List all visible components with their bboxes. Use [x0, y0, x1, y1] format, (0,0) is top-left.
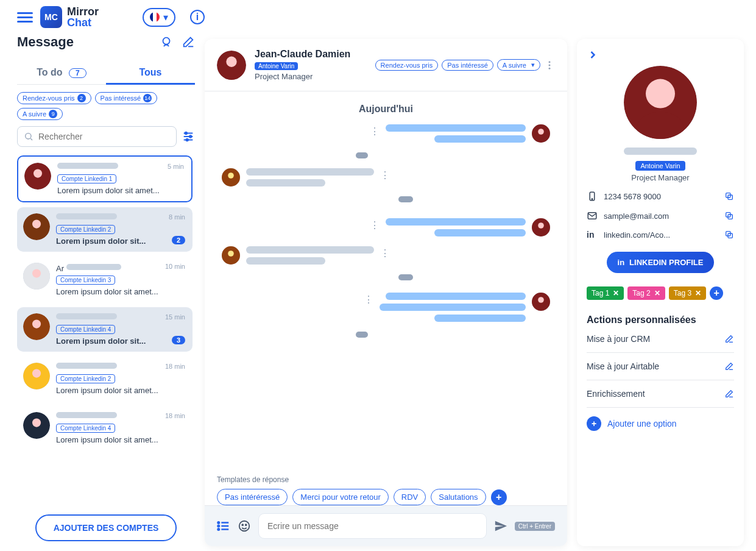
menu-icon[interactable]: [17, 10, 33, 25]
account-tag: Compte Linkedin 4: [56, 424, 115, 433]
template-pill[interactable]: Pas intéréressé: [217, 489, 288, 505]
conversation-time: 8 min: [169, 213, 185, 221]
logo-mark: MC: [40, 6, 62, 28]
linkedin-profile-button[interactable]: in LINKEDIN PROFILE: [607, 252, 715, 273]
message-options-icon[interactable]: ⋮: [370, 126, 380, 137]
info-icon[interactable]: i: [190, 10, 205, 24]
conversation-preview: Lorem ipsum dolor sit...: [56, 236, 186, 246]
profile-phone: 1234 5678 9000: [604, 192, 661, 201]
add-template-button[interactable]: +: [491, 489, 507, 505]
account-tag: Compte Linkedin 2: [56, 374, 115, 383]
conversation-time: 18 min: [165, 363, 185, 370]
filter-pill[interactable]: A suivre9: [17, 108, 63, 120]
edit-action-icon[interactable]: [724, 361, 734, 371]
template-pill[interactable]: Salutations: [431, 489, 486, 505]
svg-point-25: [228, 172, 234, 179]
custom-action-row[interactable]: Enrichissement: [587, 380, 734, 408]
edit-action-icon[interactable]: [724, 389, 734, 399]
remove-tag-icon[interactable]: ✕: [654, 289, 660, 297]
filter-sliders-icon[interactable]: [182, 130, 195, 143]
conversation-avatar: [23, 213, 50, 240]
add-tag-button[interactable]: +: [710, 286, 723, 300]
copy-icon[interactable]: [724, 211, 734, 221]
conversation-avatar: [23, 263, 50, 290]
custom-action-row[interactable]: Mise à jour CRM: [587, 325, 734, 353]
chat-status-pill[interactable]: Rendez-vous pris: [375, 60, 439, 71]
phone-icon: [587, 191, 598, 202]
svg-point-29: [228, 251, 234, 257]
search-input[interactable]: [38, 132, 170, 141]
template-pill[interactable]: Merci pour votre retour: [292, 489, 389, 505]
message-options-icon[interactable]: ⋮: [380, 169, 390, 181]
message-options-icon[interactable]: ⋮: [380, 247, 390, 259]
conversation-preview: Lorem ipsum dolor sit amet...: [56, 386, 186, 395]
chat-contact-avatar: [217, 51, 246, 80]
copy-icon[interactable]: [724, 191, 734, 201]
conversation-preview: Lorem ipsum dolor sit amet...: [56, 435, 186, 444]
language-selector[interactable]: ▾: [143, 8, 175, 27]
conversation-avatar: [23, 412, 50, 439]
search-input-wrapper[interactable]: [17, 126, 177, 147]
chat-account-tag: Antoine Varin: [255, 62, 298, 70]
svg-point-31: [538, 297, 544, 303]
svg-point-34: [217, 528, 219, 530]
profile-tag-chip[interactable]: Tag 2✕: [627, 286, 665, 300]
profile-tag-chip[interactable]: Tag 1✕: [587, 286, 624, 300]
profile-linkedin: linkedin.com/Aco...: [604, 230, 670, 240]
brand-logo: MC Mirror Chat: [40, 6, 99, 28]
svg-point-0: [163, 38, 170, 44]
svg-point-10: [32, 269, 41, 278]
svg-point-2: [185, 132, 188, 135]
remove-tag-icon[interactable]: ✕: [695, 289, 701, 297]
chat-status-pill[interactable]: A suivre ▾: [497, 59, 540, 71]
chat-status-pill[interactable]: Pas intéressé: [442, 60, 493, 71]
send-icon[interactable]: [494, 519, 507, 533]
email-icon: [587, 210, 598, 221]
svg-point-32: [217, 522, 219, 524]
emoji-icon[interactable]: [238, 519, 251, 533]
svg-point-23: [538, 129, 544, 135]
svg-point-6: [34, 169, 42, 178]
list-icon[interactable]: [217, 519, 230, 533]
svg-point-35: [239, 521, 250, 531]
filter-pill[interactable]: Pas intéressé14: [95, 92, 158, 104]
add-option-button[interactable]: + Ajouter une option: [587, 416, 734, 431]
message-options-icon[interactable]: ⋮: [370, 219, 380, 231]
tab-todo[interactable]: To do 7: [17, 61, 106, 84]
unread-badge: 3: [172, 336, 185, 344]
svg-point-21: [549, 67, 551, 69]
template-pill[interactable]: RDV: [394, 489, 426, 505]
filter-pill[interactable]: Rendez-vous pris2: [17, 92, 91, 104]
conversation-item[interactable]: Compte Linkedin 4 Lorem ipsum dolor sit.…: [17, 307, 193, 352]
tab-tous[interactable]: Tous: [106, 61, 195, 84]
add-accounts-button[interactable]: AJOUTER DES COMPTES: [35, 514, 177, 541]
actions-title: Actions personnalisées: [587, 315, 734, 325]
unread-badge: 2: [172, 236, 185, 244]
conversation-item[interactable]: Ar Compte Linkedin 3 Lorem ipsum dolor s…: [17, 257, 193, 302]
edit-action-icon[interactable]: [724, 334, 734, 344]
remove-tag-icon[interactable]: ✕: [613, 289, 619, 297]
svg-point-18: [226, 56, 236, 66]
chat-bot-icon[interactable]: [160, 35, 173, 49]
conversation-preview: Lorem ipsum dolor sit...: [56, 336, 186, 346]
conversation-item[interactable]: Compte Linkedin 2 Lorem ipsum dolor sit …: [17, 357, 193, 401]
svg-point-1: [26, 133, 31, 139]
conversation-item[interactable]: Compte Linkedin 4 Lorem ipsum dolor sit …: [17, 406, 193, 450]
conversation-item[interactable]: Compte Linkedin 1 Lorem ipsum dolor sit …: [17, 155, 193, 202]
chevron-down-icon: ▾: [163, 12, 168, 23]
svg-point-16: [32, 419, 41, 427]
profile-avatar: [624, 66, 697, 139]
profile-tag-chip[interactable]: Tag 3✕: [669, 286, 706, 300]
svg-point-33: [217, 525, 219, 527]
conversation-time: 15 min: [165, 313, 185, 321]
profile-role: Project Manager: [587, 173, 734, 182]
collapse-panel-icon[interactable]: [587, 49, 599, 61]
chat-more-icon[interactable]: [544, 60, 555, 71]
flag-fr-icon: [150, 12, 160, 22]
message-options-icon[interactable]: ⋮: [364, 294, 373, 305]
compose-input[interactable]: [267, 521, 478, 531]
compose-icon[interactable]: [182, 35, 195, 49]
conversation-item[interactable]: Compte Linkedin 2 Lorem ipsum dolor sit.…: [17, 207, 193, 252]
custom-action-row[interactable]: Mise à jour Airtable: [587, 353, 734, 380]
copy-icon[interactable]: [724, 230, 734, 240]
